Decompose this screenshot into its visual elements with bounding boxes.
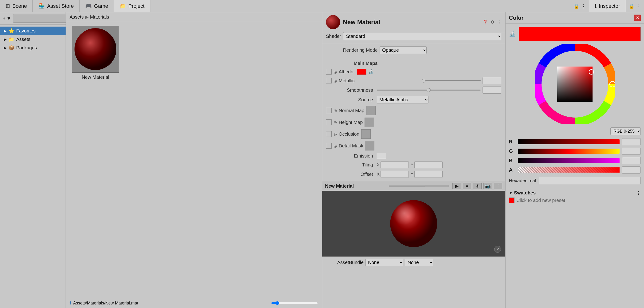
color-panel-close-button[interactable]: ✕: [634, 14, 641, 21]
b-slider-track[interactable]: [518, 158, 620, 163]
inspector-header: New Material ❓ ⚙ ⋮: [322, 12, 505, 32]
a-value-input[interactable]: 255: [622, 166, 641, 174]
normal-map-checkbox[interactable]: [326, 108, 332, 113]
offset-x-input[interactable]: 0: [380, 171, 409, 178]
height-map-checkbox[interactable]: [326, 120, 332, 125]
a-label: A: [509, 167, 516, 173]
r-value-input[interactable]: 255: [622, 138, 641, 145]
detail-mask-slot[interactable]: [365, 141, 374, 150]
tiling-x-input[interactable]: 1: [380, 161, 409, 168]
normal-map-slot[interactable]: [366, 106, 376, 115]
tab-inspector[interactable]: ℹ Inspector: [589, 0, 626, 12]
r-slider-track[interactable]: [518, 139, 620, 144]
tab-actions: 🔒 ⋮: [571, 0, 589, 12]
assetbundle-select-1[interactable]: None: [366, 259, 403, 266]
inspector-help-icon[interactable]: ❓: [482, 20, 488, 25]
eyedropper-icon[interactable]: 🔬: [368, 69, 374, 74]
preview-sun-btn[interactable]: ☀: [473, 183, 482, 189]
metallic-value-input[interactable]: 0: [482, 77, 501, 84]
tiling-y-input[interactable]: 1: [414, 161, 442, 168]
swatches-add-row[interactable]: Click to add new preset: [509, 198, 641, 203]
color-wheel-svg[interactable]: [535, 44, 615, 124]
emission-row: Emission: [326, 152, 501, 160]
sidebar-item-assets[interactable]: ▶ 📁 Assets: [0, 35, 66, 44]
tab-asset-store[interactable]: 🏪 Asset Store: [33, 0, 80, 12]
preview-share-icon[interactable]: ↗: [494, 246, 501, 254]
swatches-label: Swatches: [514, 190, 536, 196]
g-value-input[interactable]: 0: [622, 148, 641, 155]
sidebar-item-packages[interactable]: ▶ 📦 Packages: [0, 44, 66, 52]
metallic-slider[interactable]: [422, 80, 481, 81]
a-slider-track[interactable]: [518, 168, 620, 172]
zoom-slider[interactable]: [271, 301, 318, 305]
project-content: New Material: [66, 22, 322, 298]
sidebar-add-label: ▼: [6, 16, 11, 21]
breadcrumb: Assets ▶ Materials: [66, 12, 322, 22]
swatches-menu-button[interactable]: ⋮: [636, 190, 641, 196]
smoothness-value-input[interactable]: 0.5: [482, 86, 501, 94]
albedo-checkbox[interactable]: [326, 69, 332, 74]
inspector-more-options-icon[interactable]: ⋮: [497, 20, 501, 25]
offset-row: Offset X 0 Y 0: [326, 170, 501, 179]
shader-select[interactable]: Standard: [343, 32, 502, 40]
tiling-inputs: X 1 Y 1: [377, 161, 501, 168]
inspector-lock-icon: 🔒: [629, 3, 634, 9]
plus-icon: +: [3, 16, 6, 21]
height-map-slot[interactable]: [364, 118, 374, 127]
detail-mask-row: ◎ Detail Mask: [326, 140, 501, 152]
sidebar-item-favorites[interactable]: ▶ ⭐ Favorites: [0, 26, 66, 35]
material-name-label: New Material: [82, 74, 109, 80]
assetbundle-select-2[interactable]: None: [405, 259, 433, 266]
tab-asset-store-label: Asset Store: [47, 3, 74, 9]
emission-color-swatch[interactable]: [377, 153, 386, 159]
g-slider-track[interactable]: [518, 148, 620, 154]
current-color-display[interactable]: [519, 27, 641, 41]
normal-map-circle: ◎: [334, 108, 337, 113]
hex-input[interactable]: FF0000: [539, 177, 641, 184]
scene-icon: ⊞: [6, 3, 10, 9]
b-value-input[interactable]: 0: [622, 157, 641, 164]
hex-label: Hexadecimal: [509, 178, 536, 184]
preview-menu-btn[interactable]: ⋮: [494, 183, 502, 189]
swatches-section: ▼ Swatches ⋮ Click to add new preset: [509, 188, 641, 203]
occlusion-map-slot[interactable]: [361, 129, 371, 139]
project-icon: 📁: [120, 3, 126, 9]
sidebar: + ▼ 👤 ⧫ ★ 👁 8 ▶ ⭐ Favorites ▶ 📁 Assets: [0, 12, 66, 308]
inspector-content: Rendering Mode Opaque Main Maps ◎ Albedo: [322, 43, 505, 308]
tab-scene[interactable]: ⊞ Scene: [0, 0, 33, 12]
color-square[interactable]: [557, 66, 592, 102]
favorites-label: Favorites: [16, 28, 36, 34]
main-maps-section: Main Maps ◎ Albedo 🔬 ◎ Metallic: [322, 57, 505, 181]
smoothness-row: Smoothness 0.5: [326, 85, 501, 95]
more-icon[interactable]: ⋮: [581, 3, 586, 9]
preview-sphere-btn[interactable]: ●: [463, 183, 471, 189]
swatches-header: ▼ Swatches ⋮: [509, 190, 641, 196]
color-eyedropper-button[interactable]: 🔬: [509, 30, 516, 37]
source-select[interactable]: Metallic Alpha: [377, 96, 428, 104]
rendering-mode-select[interactable]: Opaque: [380, 46, 426, 54]
g-label: G: [509, 148, 516, 154]
preview-play-btn[interactable]: ▶: [452, 183, 461, 189]
assets-folder-icon: 📁: [8, 36, 14, 42]
material-item[interactable]: New Material: [70, 26, 121, 80]
sidebar-add-button[interactable]: + ▼: [3, 16, 11, 21]
breadcrumb-materials[interactable]: Materials: [90, 14, 109, 20]
offset-y-input[interactable]: 0: [414, 171, 442, 178]
detail-mask-checkbox[interactable]: [326, 143, 332, 148]
inspector-settings-icon[interactable]: ⚙: [490, 20, 494, 25]
smoothness-slider[interactable]: [377, 90, 481, 90]
inspector-icon: ℹ: [595, 3, 596, 9]
tab-game[interactable]: 🎮 Game: [80, 0, 114, 12]
preview-camera-btn[interactable]: 📷: [484, 183, 492, 189]
assetbundle-label: AssetBundle: [326, 260, 364, 265]
albedo-color-swatch[interactable]: [357, 69, 366, 75]
breadcrumb-assets[interactable]: Assets: [70, 14, 84, 20]
tab-project[interactable]: 📁 Project: [114, 0, 150, 12]
occlusion-checkbox[interactable]: [326, 131, 332, 137]
main-maps-label: Main Maps: [326, 61, 378, 66]
color-mode-select[interactable]: RGB 0-255: [610, 128, 641, 135]
emission-label: Emission: [326, 153, 373, 159]
inspector-more-icon[interactable]: ⋮: [636, 3, 641, 9]
metallic-checkbox[interactable]: [326, 78, 332, 84]
albedo-circle-icon: ◎: [334, 70, 337, 74]
